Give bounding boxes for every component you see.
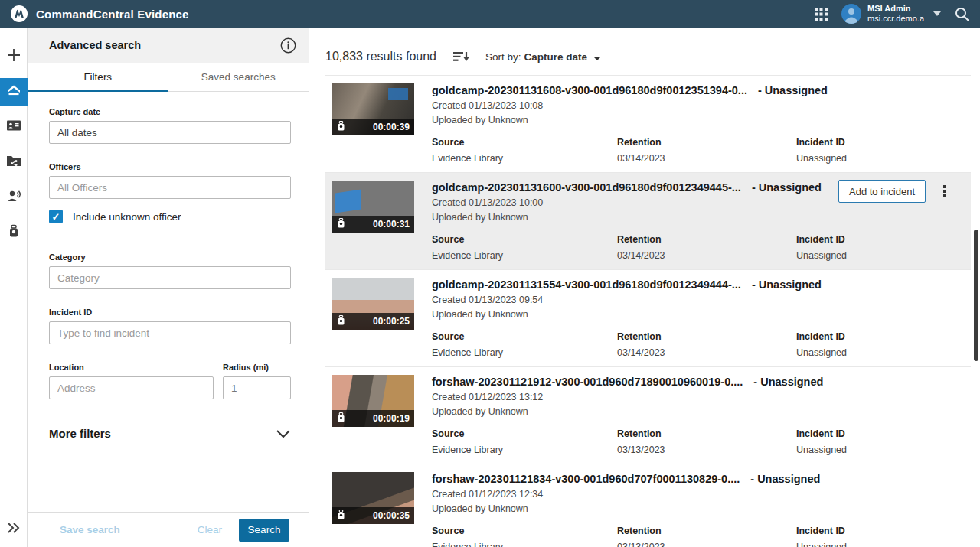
camera-icon: [337, 412, 345, 425]
duration-overlay: 00:00:19: [332, 410, 414, 427]
video-thumbnail[interactable]: 00:00:25: [332, 278, 414, 330]
radius-input[interactable]: [223, 376, 291, 399]
retention-value: 03/14/2023: [617, 347, 796, 358]
source-value: Evidence Library: [432, 444, 617, 455]
clear-button[interactable]: Clear: [198, 524, 222, 536]
sort-by-value: Capture date: [524, 51, 588, 63]
incident-id-value: Unassigned: [796, 444, 971, 455]
uploaded-text: Uploaded by Unknown: [432, 210, 971, 224]
include-unknown-officer-option[interactable]: ✓ Include unknown officer: [49, 210, 289, 223]
tab-saved-searches[interactable]: Saved searches: [168, 63, 309, 91]
result-row[interactable]: 00:00:25 goldcamp-202301131554-v300-001d…: [325, 269, 971, 366]
video-thumbnail[interactable]: 00:00:39: [332, 83, 414, 135]
checkbox-checked-icon[interactable]: ✓: [49, 210, 63, 223]
tab-filters[interactable]: Filters: [28, 63, 168, 91]
evidence-title[interactable]: forshaw-202301121834-v300-001d960d707f00…: [432, 472, 971, 487]
retention-label: Retention: [617, 526, 796, 536]
retention-label: Retention: [617, 234, 796, 245]
search-icon[interactable]: [955, 7, 969, 21]
chevron-down-icon: [933, 11, 941, 16]
video-duration: 00:00:31: [373, 219, 410, 230]
user-org: msi.ccr.demo.a: [867, 14, 924, 24]
incident-id-label: Incident ID: [796, 331, 971, 342]
location-label: Location: [49, 363, 214, 372]
nav-shared-folder[interactable]: [0, 148, 28, 176]
nav-body-camera[interactable]: [0, 219, 28, 246]
results-area: 10,833 results found Sort by:Capture dat…: [309, 28, 980, 547]
duration-overlay: 00:00:35: [332, 507, 414, 524]
nav-contact-cards[interactable]: [0, 113, 28, 141]
double-chevron-right-icon: [6, 524, 21, 537]
user-name: MSI Admin: [867, 4, 924, 14]
plus-icon: [5, 47, 22, 67]
app-title: CommandCentral Evidence: [36, 8, 189, 21]
avatar: [841, 4, 861, 24]
incident-id-label: Incident ID: [796, 526, 971, 536]
nav-home[interactable]: [0, 78, 28, 106]
chevron-down-icon: [593, 57, 601, 60]
kebab-menu-icon[interactable]: [939, 183, 950, 200]
nav-officer-audio[interactable]: [0, 184, 28, 211]
incident-id-input[interactable]: [49, 321, 291, 344]
camera-icon: [337, 217, 345, 231]
incident-id-label: Incident ID: [796, 428, 971, 439]
evidence-title[interactable]: goldcamp-202301131608-v300-001d96180d9f0…: [432, 83, 971, 98]
assignment-status: - Unassigned: [752, 278, 822, 291]
left-nav-rail: [0, 28, 28, 547]
chevron-down-icon: [276, 429, 291, 438]
evidence-title[interactable]: goldcamp-202301131554-v300-001d96180d9f0…: [432, 278, 971, 292]
more-filters-label: More filters: [49, 427, 111, 440]
capture-date-label: Capture date: [49, 107, 289, 116]
contact-card-icon: [5, 117, 22, 137]
incident-id-label: Incident ID: [49, 308, 289, 317]
officers-input[interactable]: [49, 176, 291, 199]
more-filters-toggle[interactable]: More filters: [49, 427, 291, 440]
result-row[interactable]: 00:00:39 goldcamp-202301131608-v300-001d…: [325, 75, 971, 172]
sort-by-label: Sort by:: [485, 51, 521, 63]
radius-label: Radius (mi): [223, 363, 291, 372]
share-folder-icon: [5, 152, 22, 172]
user-menu[interactable]: MSI Admin msi.ccr.demo.a: [841, 4, 941, 24]
created-text: Created 01/13/2023 09:54: [432, 293, 971, 307]
category-input[interactable]: [49, 266, 291, 289]
source-label: Source: [432, 137, 617, 148]
uploaded-text: Uploaded by Unknown: [432, 405, 971, 418]
video-duration: 00:00:25: [373, 316, 410, 327]
duration-overlay: 00:00:39: [332, 119, 414, 135]
source-value: Evidence Library: [432, 542, 617, 547]
location-input[interactable]: [49, 376, 214, 399]
result-row[interactable]: 00:00:19 forshaw-202301121912-v300-001d9…: [325, 366, 971, 464]
evidence-title[interactable]: forshaw-202301121912-v300-001d960d718900…: [432, 375, 971, 389]
sort-order-icon[interactable]: [453, 50, 470, 63]
filter-actions-bar: Save search Clear Search: [28, 512, 309, 547]
duration-overlay: 00:00:25: [332, 313, 414, 330]
camera-icon: [337, 509, 345, 523]
new-evidence-button[interactable]: [0, 43, 28, 70]
capture-date-input[interactable]: [49, 121, 291, 144]
video-thumbnail[interactable]: 00:00:31: [332, 181, 414, 233]
category-label: Category: [49, 252, 289, 262]
camera-icon: [337, 314, 345, 328]
add-to-incident-button[interactable]: Add to incident: [838, 180, 926, 203]
home-icon: [5, 82, 22, 102]
scrollbar-thumb[interactable]: [974, 230, 978, 361]
created-text: Created 01/13/2023 10:08: [432, 99, 971, 112]
incident-id-value: Unassigned: [796, 347, 971, 358]
assignment-status: - Unassigned: [752, 181, 822, 194]
result-row[interactable]: 00:00:35 forshaw-202301121834-v300-001d9…: [325, 464, 971, 547]
expand-rail-button[interactable]: [6, 521, 21, 538]
info-icon[interactable]: [280, 37, 296, 54]
source-label: Source: [432, 526, 617, 536]
search-button[interactable]: Search: [239, 519, 289, 542]
uploaded-text: Uploaded by Unknown: [432, 113, 971, 127]
retention-value: 03/14/2023: [617, 250, 796, 261]
source-label: Source: [432, 234, 617, 245]
result-row-selected[interactable]: 00:00:31 goldcamp-202301131600-v300-001d…: [325, 172, 971, 269]
apps-grid-icon[interactable]: [815, 8, 828, 21]
sort-by-control[interactable]: Sort by:Capture date: [485, 51, 601, 63]
save-search-button[interactable]: Save search: [60, 524, 120, 536]
video-thumbnail[interactable]: 00:00:35: [332, 472, 414, 524]
uploaded-text: Uploaded by Unknown: [432, 502, 971, 516]
officers-label: Officers: [49, 162, 289, 171]
video-thumbnail[interactable]: 00:00:19: [332, 375, 414, 427]
